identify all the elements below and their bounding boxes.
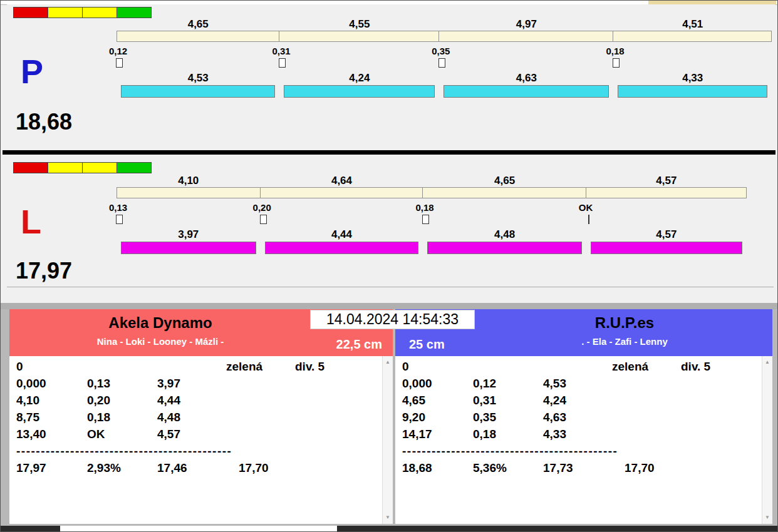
segment-time-label: 4,55 [279, 18, 439, 31]
traffic-light-strip [13, 162, 152, 173]
leg-time-bar [121, 242, 256, 254]
lane-p-segment-2: 4,55 0,31 4,24 [279, 18, 439, 98]
result-row: 0,000 0,13 3,97 [9, 377, 393, 394]
change-zone: 0,18 [423, 198, 586, 228]
lane-p-segment-1: 4,65 0,12 4,53 [117, 18, 279, 98]
strip-red-block [14, 163, 48, 173]
lane-p-segment-4: 4,51 0,18 4,33 [613, 18, 772, 98]
scroll-up-icon[interactable]: ▲ [383, 357, 393, 367]
cumulative-time: 9,20 [402, 411, 425, 424]
scrollbar[interactable]: ▲ ▼ [382, 356, 393, 524]
lane-l-letter: L [21, 205, 41, 238]
separator-row: ----------------------------------------… [9, 444, 393, 461]
split-marker-box[interactable] [613, 58, 620, 68]
cumulative-time: 4,10 [16, 394, 39, 407]
leg-time: 4,63 [543, 411, 566, 424]
jump-height-label: 22,5 cm [336, 337, 382, 352]
cumulative-time: 0,000 [402, 377, 432, 391]
leg-time-bar [443, 85, 609, 98]
segment-cell [117, 31, 279, 42]
segment-time-label: 4,51 [613, 18, 772, 31]
split-marker: 0,35 [432, 46, 450, 68]
segment-cell [586, 187, 747, 198]
lane-p: P 18,68 4,65 0,12 4,53 4,55 [7, 4, 775, 148]
totals-row: 17,97 2,93% 17,46 17,70 [9, 461, 393, 478]
result-textarea-left[interactable]: 0 zelená div. 5 0,000 0,13 3,97 4,10 0,2… [9, 356, 393, 524]
split-marker-box[interactable] [279, 58, 286, 68]
leg-time-label: 4,53 [117, 72, 279, 85]
split-marker-box[interactable] [116, 58, 123, 68]
cumulative-time: 13,40 [16, 427, 46, 441]
strip-yellow-block [48, 163, 83, 173]
change-zone: OK [586, 198, 747, 228]
reference-time: 17,70 [239, 461, 269, 475]
team-panel-left: Akela Dynamo Nina - Loki - Looney - Mázl… [9, 309, 393, 525]
scroll-down-icon[interactable]: ▼ [762, 513, 772, 523]
split-marker-box[interactable] [260, 215, 267, 224]
leg-time: 3,97 [157, 377, 180, 391]
split-marker: 0,18 [606, 46, 624, 68]
result-row: 4,65 0,31 4,24 [395, 394, 772, 411]
leg-time: 4,48 [157, 411, 180, 424]
totals-row: 18,68 5,36% 17,73 17,70 [395, 461, 772, 478]
leg-time-label: 4,48 [423, 228, 586, 242]
leg-time-bar [618, 85, 767, 98]
segment-cell [613, 31, 772, 42]
timestamp-box: 14.04.2024 14:54:33 [310, 310, 475, 329]
split-time: 0,12 [473, 377, 496, 391]
change-zone: 0,35 [439, 42, 613, 72]
leg-time: 4,24 [543, 394, 566, 407]
scrollbar[interactable]: ▲ ▼ [762, 356, 772, 524]
jump-height-label: 25 cm [409, 337, 445, 352]
segment-time-label: 4,10 [117, 175, 261, 187]
lane-l-bars: 4,10 0,13 3,97 4,64 0,20 [117, 175, 747, 254]
leg-time-label: 4,57 [586, 228, 747, 242]
cumulative-time: 4,65 [402, 394, 425, 407]
strip-green-block [117, 8, 151, 18]
lane-l-segment-2: 4,64 0,20 4,44 [261, 175, 423, 254]
result-row: 13,40 OK 4,57 [9, 427, 393, 444]
leg-time: 4,53 [543, 377, 566, 391]
cumulative-time: 0,000 [16, 377, 46, 391]
split-marker: 0,31 [272, 46, 290, 68]
segment-time-label: 4,65 [423, 175, 586, 187]
result-header-row: 0 zelená div. 5 [395, 360, 772, 377]
split-time: 0,18 [473, 427, 496, 441]
split-marker: 0,12 [109, 46, 127, 68]
cumulative-time: 14,17 [402, 427, 432, 441]
change-zone: 0,12 [117, 42, 279, 72]
scroll-up-icon[interactable]: ▲ [762, 357, 772, 367]
split-time-label: 0,20 [253, 202, 271, 213]
split-time: 0,18 [87, 411, 110, 424]
result-textarea-right[interactable]: 0 zelená div. 5 0,000 0,12 4,53 4,65 0,3… [395, 356, 772, 524]
dashes: ----------------------------------------… [16, 444, 232, 458]
change-zone: 0,13 [117, 198, 261, 228]
leg-time-bar [284, 85, 435, 98]
split-marker-box[interactable] [116, 215, 123, 224]
split-time: 0,13 [87, 377, 110, 391]
separator-row: ----------------------------------------… [395, 444, 772, 461]
lane-l-segment-3: 4,65 0,18 4,48 [423, 175, 586, 254]
split-time-label: 0,18 [415, 202, 433, 213]
light-status: zelená [226, 360, 262, 374]
segment-cell [438, 31, 613, 42]
leg-time: 4,44 [157, 394, 180, 407]
leg-time-bar [427, 242, 581, 254]
split-marker-box[interactable] [422, 215, 429, 224]
split-time-label: 0,13 [109, 202, 127, 213]
dashes: ----------------------------------------… [402, 444, 618, 458]
segment-time-label: 4,97 [439, 18, 613, 31]
lane-l-segment-1: 4,10 0,13 3,97 [117, 175, 261, 254]
lane-l-segment-4: 4,57 OK 4,57 [586, 175, 747, 254]
segment-time-label: 4,57 [586, 175, 747, 187]
traffic-light-strip [13, 7, 152, 18]
result-row: 0,000 0,12 4,53 [395, 377, 772, 394]
split-marker-box[interactable] [438, 58, 445, 68]
leg-time: 4,33 [543, 427, 566, 441]
leg-time-bar [265, 242, 419, 254]
scroll-down-icon[interactable]: ▼ [383, 513, 393, 523]
run-number: 0 [402, 360, 409, 374]
leg-time-label: 4,63 [439, 72, 613, 85]
lane-p-letter: P [21, 54, 43, 88]
window-bottom-edge [1, 526, 777, 531]
